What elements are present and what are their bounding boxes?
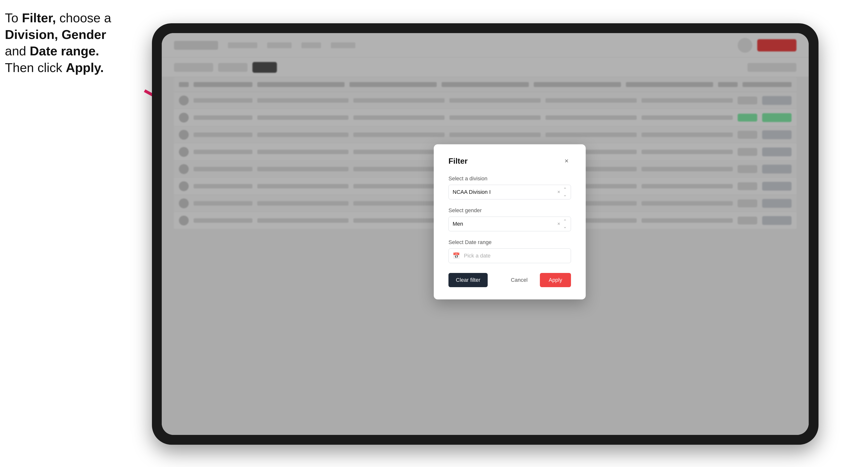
date-placeholder: Pick a date bbox=[464, 253, 491, 259]
modal-overlay: Filter × Select a division NCAA Division… bbox=[162, 33, 809, 435]
gender-label: Select gender bbox=[448, 207, 571, 214]
division-select-controls: × ⌃⌄ bbox=[557, 187, 567, 197]
gender-select[interactable]: Men × ⌃⌄ bbox=[448, 217, 571, 231]
modal-footer-right: Cancel Apply bbox=[503, 273, 571, 287]
tablet-frame: Filter × Select a division NCAA Division… bbox=[152, 23, 818, 445]
date-label: Select Date range bbox=[448, 239, 571, 246]
calendar-icon: 📅 bbox=[453, 252, 460, 259]
division-select-value: NCAA Division I bbox=[453, 189, 491, 195]
modal-footer: Clear filter Cancel Apply bbox=[448, 273, 571, 287]
gender-clear-icon[interactable]: × bbox=[557, 221, 560, 227]
apply-button[interactable]: Apply bbox=[540, 273, 571, 287]
division-label: Select a division bbox=[448, 176, 571, 182]
gender-form-group: Select gender Men × ⌃⌄ bbox=[448, 207, 571, 231]
filter-modal: Filter × Select a division NCAA Division… bbox=[434, 144, 586, 300]
gender-select-value: Men bbox=[453, 221, 463, 227]
division-clear-icon[interactable]: × bbox=[557, 189, 560, 195]
division-form-group: Select a division NCAA Division I × ⌃⌄ bbox=[448, 176, 571, 199]
clear-filter-button[interactable]: Clear filter bbox=[448, 273, 488, 287]
modal-header: Filter × bbox=[448, 157, 571, 166]
division-arrow-icon[interactable]: ⌃⌄ bbox=[563, 187, 567, 197]
date-form-group: Select Date range 📅 Pick a date bbox=[448, 239, 571, 263]
division-select[interactable]: NCAA Division I × ⌃⌄ bbox=[448, 185, 571, 199]
gender-select-controls: × ⌃⌄ bbox=[557, 219, 567, 229]
tablet-screen: Filter × Select a division NCAA Division… bbox=[162, 33, 809, 435]
date-input[interactable]: 📅 Pick a date bbox=[448, 248, 571, 263]
modal-title: Filter bbox=[448, 157, 468, 166]
instruction-text: To Filter, choose a Division, Gender and… bbox=[5, 10, 147, 76]
cancel-button[interactable]: Cancel bbox=[503, 273, 535, 287]
modal-close-button[interactable]: × bbox=[562, 157, 571, 165]
gender-arrow-icon[interactable]: ⌃⌄ bbox=[563, 219, 567, 229]
